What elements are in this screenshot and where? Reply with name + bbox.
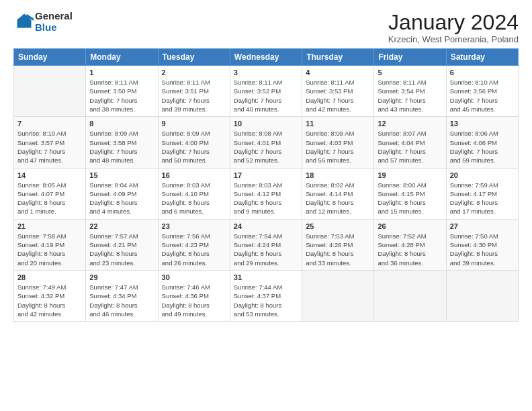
- calendar-cell: 17Sunrise: 8:03 AM Sunset: 4:12 PM Dayli…: [230, 168, 302, 219]
- logo-general-text: General: [35, 11, 73, 22]
- calendar-cell: 5Sunrise: 8:11 AM Sunset: 3:54 PM Daylig…: [374, 66, 446, 117]
- day-info: Sunrise: 7:54 AM Sunset: 4:24 PM Dayligh…: [234, 232, 298, 267]
- day-number: 2: [162, 68, 226, 77]
- day-number: 22: [89, 222, 154, 230]
- day-info: Sunrise: 8:11 AM Sunset: 3:51 PM Dayligh…: [162, 78, 226, 113]
- day-info: Sunrise: 7:52 AM Sunset: 4:28 PM Dayligh…: [378, 232, 442, 267]
- day-number: 12: [378, 120, 442, 128]
- calendar-cell: 15Sunrise: 8:04 AM Sunset: 4:09 PM Dayli…: [86, 168, 158, 219]
- month-title: January 2024: [388, 11, 519, 34]
- calendar-week-row: 14Sunrise: 8:05 AM Sunset: 4:07 PM Dayli…: [14, 168, 519, 219]
- day-info: Sunrise: 8:08 AM Sunset: 4:01 PM Dayligh…: [234, 129, 298, 165]
- day-info: Sunrise: 8:11 AM Sunset: 3:52 PM Dayligh…: [234, 78, 298, 113]
- calendar-cell: 16Sunrise: 8:03 AM Sunset: 4:10 PM Dayli…: [158, 168, 230, 219]
- calendar-cell: 7Sunrise: 8:10 AM Sunset: 3:57 PM Daylig…: [14, 117, 86, 168]
- calendar-cell: 31Sunrise: 7:44 AM Sunset: 4:37 PM Dayli…: [230, 270, 302, 321]
- calendar-cell: 9Sunrise: 8:09 AM Sunset: 4:00 PM Daylig…: [158, 117, 230, 168]
- day-info: Sunrise: 8:03 AM Sunset: 4:12 PM Dayligh…: [234, 181, 298, 216]
- day-info: Sunrise: 8:03 AM Sunset: 4:10 PM Dayligh…: [162, 181, 226, 216]
- calendar-week-row: 1Sunrise: 8:11 AM Sunset: 3:50 PM Daylig…: [14, 66, 519, 117]
- day-number: 18: [306, 171, 370, 179]
- day-info: Sunrise: 7:50 AM Sunset: 4:30 PM Dayligh…: [450, 232, 515, 267]
- day-info: Sunrise: 8:07 AM Sunset: 4:04 PM Dayligh…: [378, 129, 442, 165]
- calendar-cell: 27Sunrise: 7:50 AM Sunset: 4:30 PM Dayli…: [446, 219, 518, 270]
- day-number: 31: [234, 273, 298, 281]
- day-info: Sunrise: 7:46 AM Sunset: 4:36 PM Dayligh…: [162, 283, 226, 318]
- calendar-cell: 14Sunrise: 8:05 AM Sunset: 4:07 PM Dayli…: [14, 168, 86, 219]
- day-number: 14: [17, 171, 82, 179]
- day-number: 6: [450, 68, 515, 77]
- day-number: 20: [450, 171, 515, 179]
- day-info: Sunrise: 8:05 AM Sunset: 4:07 PM Dayligh…: [17, 181, 82, 216]
- calendar-cell: [302, 270, 374, 321]
- logo-blue-text: Blue: [35, 22, 73, 34]
- calendar-cell: [14, 66, 86, 117]
- calendar-cell: 18Sunrise: 8:02 AM Sunset: 4:14 PM Dayli…: [302, 168, 374, 219]
- day-number: 10: [234, 120, 298, 128]
- day-info: Sunrise: 8:04 AM Sunset: 4:09 PM Dayligh…: [89, 181, 154, 216]
- day-info: Sunrise: 8:06 AM Sunset: 4:06 PM Dayligh…: [450, 129, 515, 165]
- logo: General Blue: [13, 11, 73, 33]
- calendar-cell: [374, 270, 446, 321]
- day-number: 3: [234, 68, 298, 77]
- calendar-cell: 2Sunrise: 8:11 AM Sunset: 3:51 PM Daylig…: [158, 66, 230, 117]
- weekday-header-row: SundayMondayTuesdayWednesdayThursdayFrid…: [14, 49, 519, 66]
- calendar-cell: 19Sunrise: 8:00 AM Sunset: 4:15 PM Dayli…: [374, 168, 446, 219]
- calendar-week-row: 7Sunrise: 8:10 AM Sunset: 3:57 PM Daylig…: [14, 117, 519, 168]
- day-number: 11: [306, 120, 370, 128]
- day-info: Sunrise: 8:08 AM Sunset: 4:03 PM Dayligh…: [306, 129, 370, 165]
- calendar-cell: 10Sunrise: 8:08 AM Sunset: 4:01 PM Dayli…: [230, 117, 302, 168]
- day-info: Sunrise: 7:53 AM Sunset: 4:26 PM Dayligh…: [306, 232, 370, 267]
- day-number: 7: [17, 120, 82, 128]
- day-number: 30: [162, 273, 226, 281]
- day-number: 16: [162, 171, 226, 179]
- calendar-cell: 13Sunrise: 8:06 AM Sunset: 4:06 PM Dayli…: [446, 117, 518, 168]
- calendar-cell: 8Sunrise: 8:09 AM Sunset: 3:58 PM Daylig…: [86, 117, 158, 168]
- day-info: Sunrise: 8:11 AM Sunset: 3:50 PM Dayligh…: [89, 78, 154, 113]
- day-number: 26: [378, 222, 442, 230]
- calendar-week-row: 21Sunrise: 7:58 AM Sunset: 4:19 PM Dayli…: [14, 219, 519, 270]
- calendar-cell: 4Sunrise: 8:11 AM Sunset: 3:53 PM Daylig…: [302, 66, 374, 117]
- page-header: General Blue January 2024 Krzecin, West …: [13, 11, 519, 44]
- day-info: Sunrise: 8:10 AM Sunset: 3:56 PM Dayligh…: [450, 78, 515, 113]
- day-info: Sunrise: 7:59 AM Sunset: 4:17 PM Dayligh…: [450, 181, 515, 216]
- day-number: 17: [234, 171, 298, 179]
- day-info: Sunrise: 8:11 AM Sunset: 3:54 PM Dayligh…: [378, 78, 442, 113]
- calendar-table: SundayMondayTuesdayWednesdayThursdayFrid…: [13, 48, 519, 322]
- day-info: Sunrise: 8:09 AM Sunset: 4:00 PM Dayligh…: [162, 129, 226, 165]
- day-info: Sunrise: 7:44 AM Sunset: 4:37 PM Dayligh…: [234, 283, 298, 318]
- day-number: 23: [162, 222, 226, 230]
- calendar-cell: 28Sunrise: 7:49 AM Sunset: 4:32 PM Dayli…: [14, 270, 86, 321]
- day-info: Sunrise: 7:49 AM Sunset: 4:32 PM Dayligh…: [17, 283, 82, 318]
- day-info: Sunrise: 8:10 AM Sunset: 3:57 PM Dayligh…: [17, 129, 82, 165]
- calendar-cell: 25Sunrise: 7:53 AM Sunset: 4:26 PM Dayli…: [302, 219, 374, 270]
- calendar-cell: 30Sunrise: 7:46 AM Sunset: 4:36 PM Dayli…: [158, 270, 230, 321]
- day-info: Sunrise: 8:09 AM Sunset: 3:58 PM Dayligh…: [89, 129, 154, 165]
- calendar-cell: 26Sunrise: 7:52 AM Sunset: 4:28 PM Dayli…: [374, 219, 446, 270]
- day-number: 29: [89, 273, 154, 281]
- calendar-cell: 21Sunrise: 7:58 AM Sunset: 4:19 PM Dayli…: [14, 219, 86, 270]
- weekday-header-monday: Monday: [86, 49, 158, 66]
- day-number: 15: [89, 171, 154, 179]
- calendar-cell: 12Sunrise: 8:07 AM Sunset: 4:04 PM Dayli…: [374, 117, 446, 168]
- day-number: 5: [378, 68, 442, 77]
- calendar-cell: 3Sunrise: 8:11 AM Sunset: 3:52 PM Daylig…: [230, 66, 302, 117]
- calendar-cell: 29Sunrise: 7:47 AM Sunset: 4:34 PM Dayli…: [86, 270, 158, 321]
- weekday-header-saturday: Saturday: [446, 49, 518, 66]
- day-number: 19: [378, 171, 442, 179]
- day-number: 28: [17, 273, 82, 281]
- weekday-header-friday: Friday: [374, 49, 446, 66]
- weekday-header-sunday: Sunday: [14, 49, 86, 66]
- day-number: 27: [450, 222, 515, 230]
- weekday-header-tuesday: Tuesday: [158, 49, 230, 66]
- weekday-header-thursday: Thursday: [302, 49, 374, 66]
- calendar-cell: 1Sunrise: 8:11 AM Sunset: 3:50 PM Daylig…: [86, 66, 158, 117]
- logo-icon: [15, 11, 34, 30]
- calendar-cell: 6Sunrise: 8:10 AM Sunset: 3:56 PM Daylig…: [446, 66, 518, 117]
- calendar-cell: 23Sunrise: 7:56 AM Sunset: 4:23 PM Dayli…: [158, 219, 230, 270]
- calendar-cell: [446, 270, 518, 321]
- calendar-cell: 11Sunrise: 8:08 AM Sunset: 4:03 PM Dayli…: [302, 117, 374, 168]
- day-info: Sunrise: 8:11 AM Sunset: 3:53 PM Dayligh…: [306, 78, 370, 113]
- day-number: 8: [89, 120, 154, 128]
- day-info: Sunrise: 7:58 AM Sunset: 4:19 PM Dayligh…: [17, 232, 82, 267]
